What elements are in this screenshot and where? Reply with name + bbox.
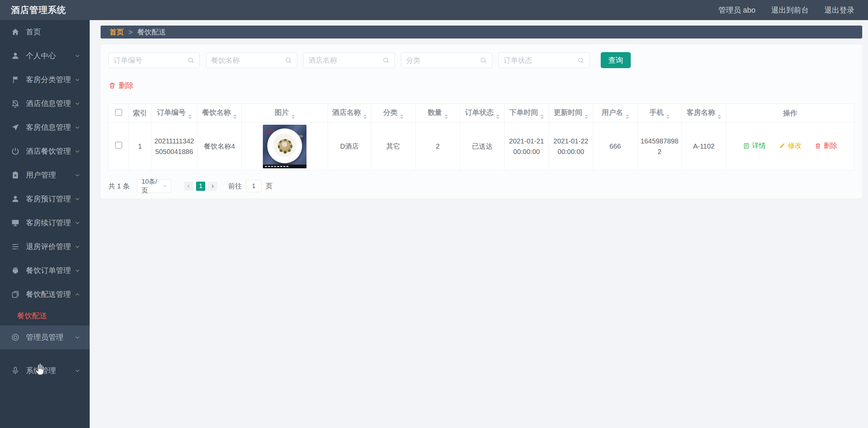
cell-food-name: 餐饮名称4 [197, 123, 242, 170]
order-status-input[interactable] [504, 56, 577, 64]
content-card: 查询 删除 索引 [101, 45, 862, 198]
sidebar-item-label: 系统管理 [26, 366, 56, 376]
chevron-left-icon [186, 184, 191, 189]
search-icon [187, 57, 195, 64]
breadcrumb-separator: > [129, 28, 133, 36]
copy-icon [11, 290, 20, 299]
sidebar-item-system[interactable]: 系统管理 [0, 359, 90, 383]
pencil-icon [779, 142, 785, 149]
col-image[interactable]: 图片 [242, 104, 328, 123]
col-quantity[interactable]: 数量 [416, 104, 460, 123]
food-image[interactable] [263, 125, 306, 168]
col-username[interactable]: 用户名 [593, 104, 638, 123]
sidebar-item-room-info[interactable]: 客房信息管理 [0, 116, 90, 139]
chevron-down-icon [74, 267, 81, 274]
sort-icon[interactable] [626, 114, 629, 119]
admin-user-label: 管理员 abo [718, 5, 755, 15]
col-phone[interactable]: 手机 [638, 104, 682, 123]
category-field[interactable] [401, 52, 492, 68]
col-order-time[interactable]: 下单时间 [505, 104, 549, 123]
sort-icon[interactable] [233, 114, 237, 119]
sidebar-item-home[interactable]: 首页 [0, 20, 90, 44]
row-detail-button[interactable]: 详情 [743, 140, 766, 151]
sidebar-item-hotel-info[interactable]: 酒店信息管理 [0, 92, 90, 116]
list-icon [11, 242, 20, 251]
exit-to-front-link[interactable]: 退出到前台 [771, 5, 809, 15]
search-icon [285, 57, 292, 64]
query-button[interactable]: 查询 [601, 52, 631, 68]
chevron-down-icon [162, 183, 167, 189]
breadcrumb: 首页 > 餐饮配送 [101, 26, 862, 39]
bulk-delete-label: 删除 [119, 80, 134, 91]
page-suffix-label: 页 [266, 182, 272, 191]
breadcrumb-home-link[interactable]: 首页 [109, 27, 124, 37]
hotel-name-field[interactable] [303, 52, 395, 68]
chevron-down-icon [74, 196, 81, 202]
send-icon [11, 123, 20, 132]
sort-icon[interactable] [363, 114, 367, 119]
order-no-field[interactable] [108, 52, 200, 68]
cell-hotel-name: D酒店 [328, 123, 371, 170]
row-edit-button[interactable]: 修改 [779, 140, 802, 151]
sidebar-item-food-delivery[interactable]: 餐饮配送管理 [0, 282, 90, 306]
sort-icon[interactable] [445, 114, 448, 119]
food-name-input[interactable] [211, 56, 285, 64]
page-size-value: 10条/页 [141, 177, 162, 195]
chevron-down-icon [74, 148, 81, 155]
trash-icon [814, 142, 821, 149]
sidebar-subitem-food-delivery-active[interactable]: 餐饮配送 [0, 306, 90, 325]
sort-icon[interactable] [291, 114, 295, 119]
user-icon [11, 51, 20, 60]
select-all-checkbox[interactable] [115, 109, 122, 116]
sort-icon[interactable] [718, 114, 721, 119]
cell-room-name: A-1102 [682, 123, 726, 170]
col-update-time[interactable]: 更新时间 [549, 104, 593, 123]
col-food-name[interactable]: 餐饮名称 [197, 104, 242, 123]
order-no-input[interactable] [114, 56, 187, 64]
col-category[interactable]: 分类 [371, 104, 416, 123]
food-name-field[interactable] [206, 52, 297, 68]
sidebar-item-profile[interactable]: 个人中心 [0, 44, 90, 68]
col-order-no[interactable]: 订单编号 [151, 104, 197, 123]
goto-page-input[interactable] [246, 180, 261, 192]
delivery-table: 索引 订单编号 餐饮名称 图片 酒店名称 分类 数量 订单状态 下单时间 更新时… [108, 104, 854, 170]
col-hotel-name[interactable]: 酒店名称 [328, 104, 371, 123]
flag-icon [11, 75, 20, 84]
bulk-delete-button[interactable]: 删除 [108, 80, 134, 91]
order-status-field[interactable] [498, 52, 590, 68]
col-room-name[interactable]: 客房名称 [682, 104, 726, 123]
sort-icon[interactable] [400, 114, 403, 119]
col-index: 索引 [129, 104, 151, 123]
top-header: 酒店管理系统 管理员 abo 退出到前台 退出登录 [0, 0, 868, 20]
sidebar-item-users[interactable]: 用户管理 [0, 163, 90, 187]
col-status[interactable]: 订单状态 [460, 104, 505, 123]
sidebar-item-room-renewal[interactable]: 客房续订管理 [0, 211, 90, 235]
sidebar-item-room-booking[interactable]: 客房预订管理 [0, 187, 90, 211]
next-page-button[interactable] [208, 182, 217, 191]
sort-icon[interactable] [496, 114, 499, 119]
row-delete-button[interactable]: 删除 [814, 140, 837, 151]
sort-icon[interactable] [188, 114, 192, 119]
bell-off-icon [11, 99, 20, 108]
prev-page-button[interactable] [184, 182, 193, 191]
sidebar-item-hotel-dining[interactable]: 酒店餐饮管理 [0, 139, 90, 163]
page-number-current[interactable]: 1 [196, 182, 205, 191]
page-size-select[interactable]: 10条/页 [137, 179, 171, 193]
logout-link[interactable]: 退出登录 [824, 5, 854, 15]
sidebar-item-food-orders[interactable]: 餐饮订单管理 [0, 259, 90, 282]
sidebar-item-checkout-review[interactable]: 退房评价管理 [0, 235, 90, 259]
cell-quantity: 2 [416, 123, 460, 170]
clipboard-icon [11, 171, 20, 180]
chevron-down-icon [74, 367, 81, 374]
sort-icon[interactable] [666, 114, 670, 119]
chevron-up-icon [74, 291, 81, 298]
sidebar-item-room-category[interactable]: 客房分类管理 [0, 68, 90, 92]
sort-icon[interactable] [540, 114, 544, 119]
row-checkbox[interactable] [115, 142, 122, 149]
category-input[interactable] [406, 56, 480, 64]
sidebar-item-label: 餐饮配送管理 [26, 289, 71, 300]
sort-icon[interactable] [585, 114, 588, 119]
hotel-name-input[interactable] [309, 56, 382, 64]
sidebar-item-admin-management[interactable]: 管理员管理 [0, 325, 90, 349]
sidebar-item-label: 退房评价管理 [26, 242, 71, 252]
